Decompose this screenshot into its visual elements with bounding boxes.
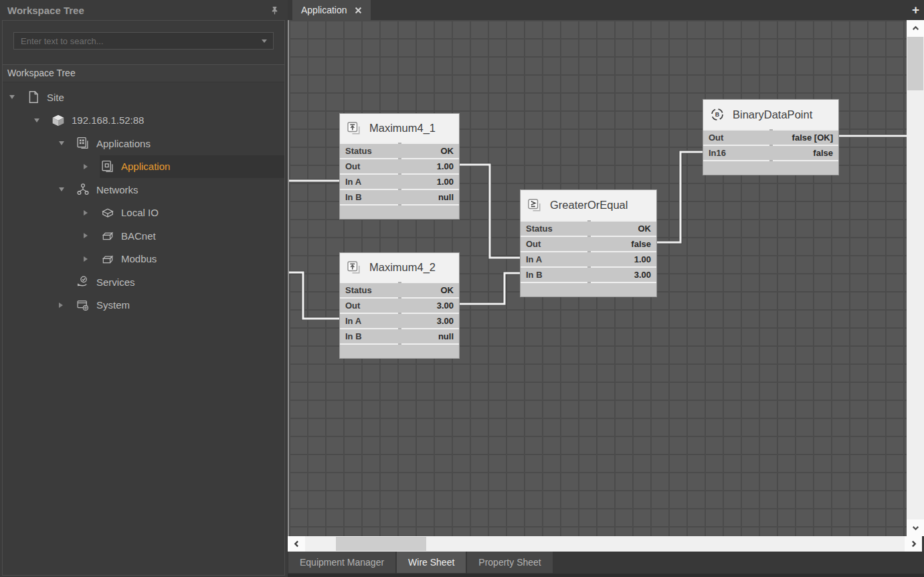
slot-label: In B [345, 331, 362, 341]
maximum-icon [346, 260, 362, 276]
slot-label: In B [345, 192, 362, 202]
block-binarydatapoint[interactable]: BBinaryDataPointOutfalse [OK]In16false [703, 99, 839, 175]
tree-item-body[interactable]: 192.168.1.52:88 [50, 109, 284, 133]
slot-value: 1.00 [634, 254, 651, 264]
search-combo [13, 32, 274, 50]
horizontal-scrollbar[interactable] [288, 536, 922, 552]
app-window: Workspace Tree Workspace Tree Site192.16… [0, 0, 924, 577]
block-slot-out[interactable]: Out3.00 [340, 297, 459, 313]
svg-text:B: B [715, 111, 720, 118]
wire-4[interactable] [657, 152, 703, 242]
vertical-scrollbar[interactable] [907, 20, 924, 536]
wire-1[interactable] [460, 165, 520, 258]
block-slot-in-a[interactable]: In A1.00 [340, 173, 459, 189]
search-input[interactable] [13, 32, 274, 50]
collapse-arrow-icon[interactable] [9, 95, 25, 99]
triangle-down-icon [9, 95, 15, 99]
tree-item-body[interactable]: Applications [75, 132, 284, 155]
scroll-left-button[interactable] [288, 536, 305, 552]
collapse-arrow-icon[interactable] [34, 118, 50, 122]
scroll-right-button[interactable] [905, 536, 922, 552]
tree-item-modbus[interactable]: Modbus [3, 248, 284, 271]
greater-or-equal-icon [527, 197, 543, 214]
tree-item-system[interactable]: System [3, 294, 284, 317]
block-slot-in-a[interactable]: In A1.00 [521, 251, 656, 266]
tree-item-local-io[interactable]: Local IO [3, 201, 284, 225]
block-slot-in-b[interactable]: In Bnull [340, 328, 459, 343]
tree-item-192-168-1-52-88[interactable]: 192.168.1.52:88 [3, 109, 284, 133]
tree-item-body[interactable]: Modbus [100, 248, 284, 271]
block-maximum4-1[interactable]: Maximum4_1StatusOKOut1.00In A1.00In Bnul… [339, 113, 460, 220]
tree-item-body[interactable]: Services [75, 270, 284, 294]
bottom-tab-property-sheet[interactable]: Property Sheet [467, 552, 552, 573]
new-tab-button[interactable]: + [912, 1, 919, 19]
expand-arrow-icon[interactable] [84, 210, 100, 216]
networks-icon [76, 183, 90, 196]
tree-item-body[interactable]: Local IO [100, 201, 284, 225]
block-slot-out[interactable]: Outfalse [521, 236, 656, 251]
block-footer [703, 160, 838, 175]
slot-label: Out [345, 161, 360, 171]
scroll-up-button[interactable] [907, 20, 924, 37]
block-title: GreaterOrEqual [550, 199, 628, 212]
block-slot-in16[interactable]: In16false [703, 145, 838, 160]
tree-item-label: Modbus [121, 253, 157, 264]
tree-item-body[interactable]: Networks [75, 178, 284, 201]
bottom-tab-wire-sheet[interactable]: Wire Sheet [397, 552, 466, 573]
expand-arrow-icon[interactable] [84, 256, 100, 262]
wire-3[interactable] [460, 273, 520, 304]
tree-item-bacnet[interactable]: BACnet [3, 224, 284, 248]
triangle-down-icon [34, 118, 39, 122]
tree-indent [3, 143, 59, 144]
block-slot-status[interactable]: StatusOK [340, 282, 459, 297]
block-slot-out[interactable]: Out1.00 [340, 158, 459, 173]
tab-application[interactable]: Application [292, 0, 371, 20]
vertical-scrollbar-thumb[interactable] [907, 37, 923, 90]
tree-item-networks[interactable]: Networks [3, 178, 284, 201]
block-maximum4-2[interactable]: Maximum4_2StatusOKOut3.00In A3.00In Bnul… [339, 252, 460, 359]
pin-icon[interactable] [268, 4, 280, 16]
block-slot-in-b[interactable]: In B3.00 [521, 266, 656, 282]
chevron-down-icon[interactable] [262, 39, 267, 43]
wire-3 [460, 273, 520, 304]
expand-arrow-icon[interactable] [84, 164, 100, 169]
wire-sheet-canvas[interactable]: Maximum4_1StatusOKOut1.00In A1.00In Bnul… [288, 20, 924, 536]
scroll-down-button[interactable] [907, 519, 924, 536]
slot-label: Out [709, 133, 723, 143]
triangle-right-icon [84, 233, 88, 238]
modbus-icon [101, 252, 114, 266]
tree-item-body[interactable]: System [75, 294, 284, 317]
slot-value: null [438, 331, 454, 341]
horizontal-scrollbar-thumb[interactable] [336, 537, 426, 551]
block-slot-status[interactable]: StatusOK [521, 220, 656, 236]
block-slot-in-b[interactable]: In Bnull [340, 189, 459, 204]
close-icon[interactable] [355, 7, 362, 14]
expand-arrow-icon[interactable] [59, 303, 75, 308]
tree-item-services[interactable]: Services [3, 270, 284, 294]
bottom-tab-label: Property Sheet [478, 557, 541, 568]
bottom-tab-equipment-manager[interactable]: Equipment Manager [288, 552, 395, 573]
tree-item-applications[interactable]: Applications [3, 132, 284, 155]
document-icon [27, 90, 40, 104]
tree-item-site[interactable]: Site [3, 86, 284, 109]
collapse-arrow-icon[interactable] [59, 187, 75, 191]
block-slot-status[interactable]: StatusOK [340, 143, 459, 158]
slot-value: 3.00 [634, 270, 651, 280]
block-slot-in-a[interactable]: In A3.00 [340, 313, 459, 328]
block-greaterorequal[interactable]: GreaterOrEqualStatusOKOutfalseIn A1.00In… [520, 189, 657, 297]
block-footer [340, 204, 459, 219]
tree-item-label: BACnet [121, 230, 156, 242]
wire-1 [460, 165, 520, 258]
controller-cube-icon [52, 114, 65, 127]
tree-item-application[interactable]: Application [3, 155, 284, 179]
expand-arrow-icon[interactable] [84, 233, 100, 238]
tree-item-body[interactable]: Site [25, 86, 284, 109]
editor-area: Application + Maximum4_1StatusOKOut1.00I… [288, 0, 924, 577]
wire-2[interactable] [289, 272, 339, 319]
tree-item-body[interactable]: Application [100, 155, 284, 179]
wire-2 [289, 272, 339, 319]
collapse-arrow-icon[interactable] [59, 141, 75, 145]
services-icon [76, 275, 90, 288]
block-slot-out[interactable]: Outfalse [OK] [703, 129, 838, 145]
tree-item-body[interactable]: BACnet [100, 224, 284, 248]
